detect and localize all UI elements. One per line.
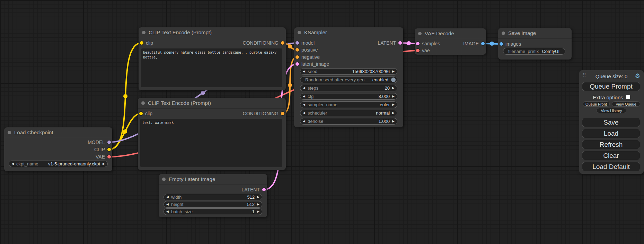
slot-dot-model[interactable] (295, 41, 299, 45)
prompt-textarea[interactable]: beautiful scenery nature glass bottle la… (141, 48, 282, 87)
prompt-textarea[interactable]: text, watermark (140, 119, 282, 167)
node-vae-decode[interactable]: VAE Decode samples IMAGE vae (415, 28, 486, 55)
increment-arrow-icon[interactable]: ▶ (100, 161, 107, 167)
node-title[interactable]: CLIP Text Encode (Prompt) (138, 98, 286, 109)
node-title[interactable]: Load Checkpoint (4, 127, 112, 138)
slot-dot-model[interactable] (107, 141, 111, 144)
output-slot-clip[interactable]: CLIP (94, 146, 111, 153)
collapse-dot-icon[interactable] (8, 131, 11, 134)
collapse-dot-icon[interactable] (418, 32, 422, 35)
collapse-dot-icon[interactable] (142, 31, 145, 34)
slot-dot-latent[interactable] (398, 41, 402, 45)
slot-dot-latent[interactable] (262, 188, 266, 191)
collapse-dot-icon[interactable] (502, 31, 505, 35)
output-slot-latent[interactable]: LATENT (378, 39, 402, 46)
node-ksampler[interactable]: KSampler model LATENT positive negative … (294, 27, 403, 127)
widget-scheduler[interactable]: ◀ scheduler normal ▶ (300, 110, 397, 116)
decrement-arrow-icon[interactable]: ◀ (300, 110, 308, 116)
collapse-dot-icon[interactable] (162, 178, 166, 181)
widget-steps[interactable]: ◀ steps 20 ▶ (300, 85, 397, 91)
decrement-arrow-icon[interactable]: ◀ (300, 102, 308, 108)
node-clip-text-encode-negative[interactable]: CLIP Text Encode (Prompt) clip CONDITION… (138, 98, 286, 170)
input-slot-positive[interactable]: positive (295, 46, 318, 53)
load-button[interactable]: Load (582, 129, 640, 138)
widget-random-seed-toggle[interactable]: Random seed after every gen enabled (300, 76, 397, 83)
widget-filename-prefix[interactable]: filename_prefix ComfyUI (503, 48, 565, 55)
widget-cfg[interactable]: ◀ cfg 8.000 ▶ (300, 93, 397, 100)
node-title[interactable]: KSampler (294, 27, 403, 38)
widget-batch-size[interactable]: ◀ batch_size 1 ▶ (164, 208, 262, 215)
widget-width[interactable]: ◀ width 512 ▶ (164, 194, 262, 200)
slot-dot-vae[interactable] (416, 49, 420, 52)
node-title[interactable]: Save Image (498, 28, 572, 39)
save-button[interactable]: Save (582, 118, 640, 127)
widget-ckpt-name[interactable]: ◀ ckpt_name v1-5-pruned-emaonly.ckpt ▶ (9, 161, 108, 167)
decrement-arrow-icon[interactable]: ◀ (164, 209, 171, 215)
load-default-button[interactable]: Load Default (582, 162, 640, 171)
slot-dot-clip[interactable] (107, 148, 111, 151)
input-slot-latent-image[interactable]: latent_image (295, 61, 329, 67)
view-history-button[interactable]: View History (597, 108, 626, 113)
input-slot-images[interactable]: images (500, 40, 521, 47)
input-slot-negative[interactable]: negative (295, 54, 320, 61)
decrement-arrow-icon[interactable]: ◀ (164, 201, 171, 207)
refresh-button[interactable]: Refresh (582, 140, 640, 149)
slot-dot-clip[interactable] (139, 112, 143, 115)
node-clip-text-encode-positive[interactable]: CLIP Text Encode (Prompt) clip CONDITION… (139, 27, 286, 90)
increment-arrow-icon[interactable]: ▶ (390, 118, 397, 124)
node-load-checkpoint[interactable]: Load Checkpoint MODEL CLIP VAE ◀ ckpt_na… (4, 127, 112, 171)
collapse-dot-icon[interactable] (141, 101, 145, 105)
decrement-arrow-icon[interactable]: ◀ (164, 194, 171, 200)
node-title[interactable]: VAE Decode (415, 28, 486, 39)
output-slot-conditioning[interactable]: CONDITIONING (243, 110, 284, 117)
input-slot-vae[interactable]: vae (416, 47, 430, 54)
output-slot-latent[interactable]: LATENT (241, 186, 266, 193)
slot-dot-conditioning[interactable] (295, 48, 299, 52)
widget-height[interactable]: ◀ height 512 ▶ (164, 201, 262, 208)
slot-dot-conditioning[interactable] (295, 55, 299, 59)
node-title[interactable]: Empty Latent Image (159, 174, 267, 185)
increment-arrow-icon[interactable]: ▶ (390, 85, 397, 91)
output-slot-model[interactable]: MODEL (88, 139, 111, 146)
input-slot-clip[interactable]: clip (140, 39, 153, 46)
queue-menu-panel[interactable]: ⠿ Queue size: 0 ⚙ Queue Prompt Extra opt… (579, 70, 644, 174)
increment-arrow-icon[interactable]: ▶ (390, 102, 397, 108)
node-save-image[interactable]: Save Image images filename_prefix ComfyU… (498, 28, 572, 60)
output-slot-image[interactable]: IMAGE (463, 40, 485, 47)
increment-arrow-icon[interactable]: ▶ (390, 69, 397, 74)
widget-sampler-name[interactable]: ◀ sampler_name euler ▶ (300, 101, 397, 108)
output-slot-vae[interactable]: VAE (96, 153, 111, 160)
clear-button[interactable]: Clear (582, 151, 640, 160)
slot-dot-latent[interactable] (416, 42, 420, 45)
queue-prompt-button[interactable]: Queue Prompt (582, 82, 640, 91)
node-graph-canvas[interactable]: Load Checkpoint MODEL CLIP VAE ◀ ckpt_na… (0, 0, 644, 244)
slot-dot-conditioning[interactable] (281, 41, 284, 45)
slot-dot-vae[interactable] (107, 155, 111, 159)
slot-dot-conditioning[interactable] (281, 112, 284, 115)
slot-dot-image[interactable] (500, 42, 503, 46)
input-slot-model[interactable]: model (295, 39, 315, 46)
gear-icon[interactable]: ⚙ (635, 72, 640, 80)
node-empty-latent-image[interactable]: Empty Latent Image LATENT ◀ width 512 ▶ … (159, 174, 267, 217)
widget-seed[interactable]: ◀ seed 156680208700286 ▶ (300, 68, 397, 75)
node-title[interactable]: CLIP Text Encode (Prompt) (139, 27, 286, 38)
output-slot-conditioning[interactable]: CONDITIONING (243, 39, 284, 46)
toggle-on-icon[interactable] (391, 78, 396, 82)
increment-arrow-icon[interactable]: ▶ (255, 209, 262, 215)
increment-arrow-icon[interactable]: ▶ (255, 201, 262, 207)
view-queue-button[interactable]: View Queue (612, 101, 640, 107)
increment-arrow-icon[interactable]: ▶ (390, 110, 397, 116)
decrement-arrow-icon[interactable]: ◀ (300, 93, 308, 99)
slot-dot-clip[interactable] (140, 41, 143, 45)
queue-front-button[interactable]: Queue Front (583, 101, 610, 107)
extra-options-checkbox[interactable] (626, 95, 630, 99)
increment-arrow-icon[interactable]: ▶ (390, 93, 397, 99)
slot-dot-latent[interactable] (295, 62, 299, 66)
decrement-arrow-icon[interactable]: ◀ (300, 69, 308, 74)
decrement-arrow-icon[interactable]: ◀ (300, 118, 308, 124)
slot-dot-image[interactable] (481, 42, 485, 45)
input-slot-clip[interactable]: clip (139, 110, 152, 117)
decrement-arrow-icon[interactable]: ◀ (300, 85, 308, 91)
collapse-dot-icon[interactable] (298, 31, 301, 34)
increment-arrow-icon[interactable]: ▶ (255, 194, 262, 200)
